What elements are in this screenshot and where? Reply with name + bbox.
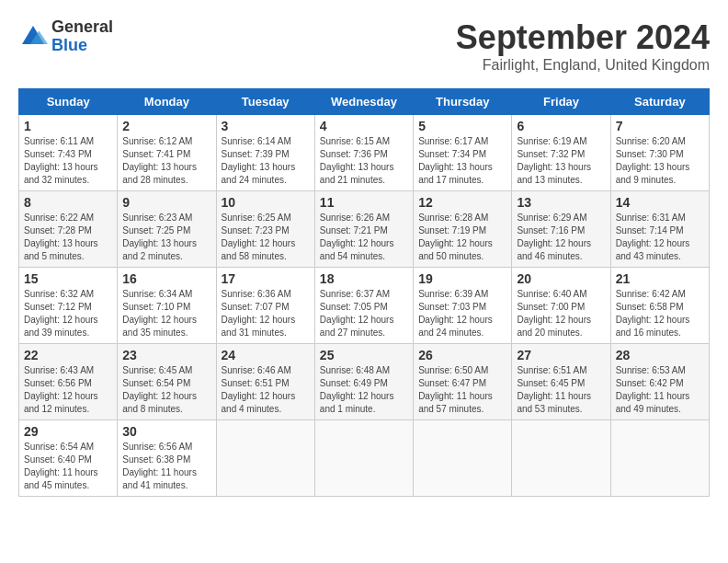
day-info: Sunrise: 6:48 AM Sunset: 6:49 PM Dayligh… [320, 364, 408, 416]
day-number: 30 [122, 424, 210, 439]
day-info: Sunrise: 6:28 AM Sunset: 7:19 PM Dayligh… [418, 212, 506, 263]
calendar-cell: 17Sunrise: 6:36 AM Sunset: 7:07 PM Dayli… [216, 268, 314, 344]
day-number: 26 [418, 348, 506, 362]
header-row: SundayMondayTuesdayWednesdayThursdayFrid… [19, 89, 710, 115]
day-info: Sunrise: 6:43 AM Sunset: 6:56 PM Dayligh… [24, 364, 112, 416]
location-subtitle: Fairlight, England, United Kingdom [456, 57, 710, 74]
day-info: Sunrise: 6:50 AM Sunset: 6:47 PM Dayligh… [418, 364, 506, 416]
calendar-cell: 14Sunrise: 6:31 AM Sunset: 7:14 PM Dayli… [610, 191, 709, 268]
day-number: 9 [122, 195, 210, 210]
calendar-table: SundayMondayTuesdayWednesdayThursdayFrid… [18, 88, 710, 497]
day-number: 7 [616, 119, 704, 133]
day-info: Sunrise: 6:29 AM Sunset: 7:16 PM Dayligh… [517, 212, 605, 263]
calendar-cell [314, 420, 413, 497]
header-cell-monday: Monday [118, 89, 216, 115]
day-number: 8 [24, 195, 112, 210]
calendar-cell: 8Sunrise: 6:22 AM Sunset: 7:28 PM Daylig… [19, 191, 118, 268]
calendar-cell: 27Sunrise: 6:51 AM Sunset: 6:45 PM Dayli… [512, 344, 610, 420]
day-number: 5 [418, 119, 506, 133]
calendar-cell: 2Sunrise: 6:12 AM Sunset: 7:41 PM Daylig… [118, 115, 216, 191]
day-number: 18 [320, 271, 408, 286]
week-row-3: 15Sunrise: 6:32 AM Sunset: 7:12 PM Dayli… [19, 268, 710, 344]
header-cell-saturday: Saturday [610, 89, 709, 115]
day-info: Sunrise: 6:14 AM Sunset: 7:39 PM Dayligh… [222, 135, 310, 187]
calendar-cell [512, 420, 610, 497]
day-number: 1 [24, 119, 112, 133]
header-cell-tuesday: Tuesday [216, 89, 314, 115]
day-number: 27 [517, 348, 605, 362]
calendar-cell: 3Sunrise: 6:14 AM Sunset: 7:39 PM Daylig… [216, 115, 314, 191]
day-number: 4 [320, 119, 408, 133]
day-number: 20 [517, 271, 605, 286]
calendar-cell: 22Sunrise: 6:43 AM Sunset: 6:56 PM Dayli… [19, 344, 118, 420]
calendar-body: 1Sunrise: 6:11 AM Sunset: 7:43 PM Daylig… [19, 115, 710, 497]
day-number: 22 [24, 348, 112, 362]
calendar-cell: 5Sunrise: 6:17 AM Sunset: 7:34 PM Daylig… [414, 115, 512, 191]
day-number: 24 [222, 348, 310, 362]
header-cell-thursday: Thursday [414, 89, 512, 115]
calendar-cell: 19Sunrise: 6:39 AM Sunset: 7:03 PM Dayli… [414, 268, 512, 344]
logo-blue: Blue [51, 37, 113, 55]
day-info: Sunrise: 6:11 AM Sunset: 7:43 PM Dayligh… [24, 135, 112, 187]
day-number: 15 [24, 271, 112, 286]
day-info: Sunrise: 6:56 AM Sunset: 6:38 PM Dayligh… [122, 441, 210, 492]
logo-general: General [51, 18, 113, 37]
day-info: Sunrise: 6:22 AM Sunset: 7:28 PM Dayligh… [24, 212, 112, 263]
calendar-cell: 26Sunrise: 6:50 AM Sunset: 6:47 PM Dayli… [414, 344, 512, 420]
day-number: 10 [222, 195, 310, 210]
day-info: Sunrise: 6:37 AM Sunset: 7:05 PM Dayligh… [320, 288, 408, 339]
calendar-cell: 12Sunrise: 6:28 AM Sunset: 7:19 PM Dayli… [414, 191, 512, 268]
calendar-cell: 28Sunrise: 6:53 AM Sunset: 6:42 PM Dayli… [610, 344, 709, 420]
week-row-2: 8Sunrise: 6:22 AM Sunset: 7:28 PM Daylig… [19, 191, 710, 268]
day-number: 28 [616, 348, 704, 362]
day-number: 25 [320, 348, 408, 362]
day-info: Sunrise: 6:53 AM Sunset: 6:42 PM Dayligh… [616, 364, 704, 416]
calendar-cell: 25Sunrise: 6:48 AM Sunset: 6:49 PM Dayli… [314, 344, 413, 420]
day-number: 19 [418, 271, 506, 286]
calendar-cell: 20Sunrise: 6:40 AM Sunset: 7:00 PM Dayli… [512, 268, 610, 344]
header-cell-wednesday: Wednesday [314, 89, 413, 115]
day-info: Sunrise: 6:23 AM Sunset: 7:25 PM Dayligh… [122, 212, 210, 263]
calendar-cell [610, 420, 709, 497]
calendar-cell: 23Sunrise: 6:45 AM Sunset: 6:54 PM Dayli… [118, 344, 216, 420]
week-row-5: 29Sunrise: 6:54 AM Sunset: 6:40 PM Dayli… [19, 420, 710, 497]
day-number: 21 [616, 271, 704, 286]
day-number: 16 [122, 271, 210, 286]
calendar-cell: 11Sunrise: 6:26 AM Sunset: 7:21 PM Dayli… [314, 191, 413, 268]
day-info: Sunrise: 6:20 AM Sunset: 7:30 PM Dayligh… [616, 135, 704, 187]
day-number: 14 [616, 195, 704, 210]
logo: General Blue [18, 18, 113, 55]
day-info: Sunrise: 6:31 AM Sunset: 7:14 PM Dayligh… [616, 212, 704, 263]
day-info: Sunrise: 6:54 AM Sunset: 6:40 PM Dayligh… [24, 441, 112, 492]
header-cell-sunday: Sunday [19, 89, 118, 115]
day-number: 11 [320, 195, 408, 210]
day-number: 3 [222, 119, 310, 133]
calendar-header: SundayMondayTuesdayWednesdayThursdayFrid… [19, 89, 710, 115]
day-info: Sunrise: 6:40 AM Sunset: 7:00 PM Dayligh… [517, 288, 605, 339]
page-header: General Blue September 2024 Fairlight, E… [18, 18, 710, 74]
calendar-cell: 1Sunrise: 6:11 AM Sunset: 7:43 PM Daylig… [19, 115, 118, 191]
week-row-4: 22Sunrise: 6:43 AM Sunset: 6:56 PM Dayli… [19, 344, 710, 420]
calendar-cell: 15Sunrise: 6:32 AM Sunset: 7:12 PM Dayli… [19, 268, 118, 344]
day-info: Sunrise: 6:19 AM Sunset: 7:32 PM Dayligh… [517, 135, 605, 187]
calendar-cell: 16Sunrise: 6:34 AM Sunset: 7:10 PM Dayli… [118, 268, 216, 344]
day-number: 2 [122, 119, 210, 133]
day-number: 6 [517, 119, 605, 133]
day-info: Sunrise: 6:39 AM Sunset: 7:03 PM Dayligh… [418, 288, 506, 339]
title-block: September 2024 Fairlight, England, Unite… [456, 18, 710, 74]
calendar-cell: 21Sunrise: 6:42 AM Sunset: 6:58 PM Dayli… [610, 268, 709, 344]
day-number: 12 [418, 195, 506, 210]
month-title: September 2024 [456, 18, 710, 57]
day-info: Sunrise: 6:51 AM Sunset: 6:45 PM Dayligh… [517, 364, 605, 416]
day-info: Sunrise: 6:12 AM Sunset: 7:41 PM Dayligh… [122, 135, 210, 187]
calendar-cell: 7Sunrise: 6:20 AM Sunset: 7:30 PM Daylig… [610, 115, 709, 191]
logo-icon [18, 22, 48, 52]
day-info: Sunrise: 6:45 AM Sunset: 6:54 PM Dayligh… [122, 364, 210, 416]
calendar-cell [216, 420, 314, 497]
logo-text: General Blue [51, 18, 113, 55]
calendar-cell: 24Sunrise: 6:46 AM Sunset: 6:51 PM Dayli… [216, 344, 314, 420]
day-number: 17 [222, 271, 310, 286]
day-info: Sunrise: 6:42 AM Sunset: 6:58 PM Dayligh… [616, 288, 704, 339]
calendar-cell: 6Sunrise: 6:19 AM Sunset: 7:32 PM Daylig… [512, 115, 610, 191]
day-info: Sunrise: 6:25 AM Sunset: 7:23 PM Dayligh… [222, 212, 310, 263]
